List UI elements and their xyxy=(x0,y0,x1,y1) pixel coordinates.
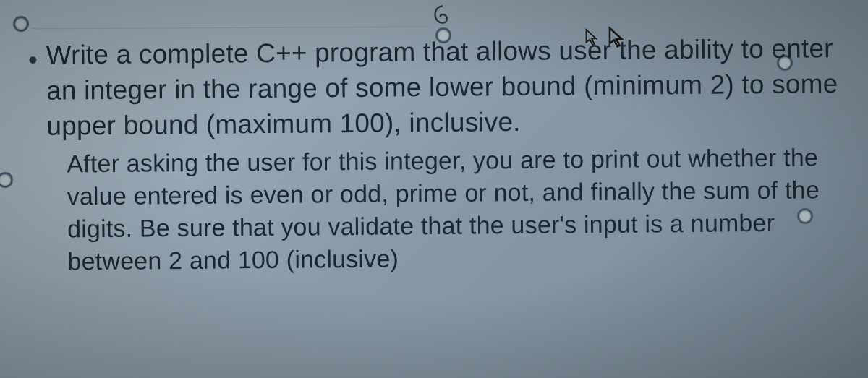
assignment-content: • Write a complete C++ program that allo… xyxy=(0,0,868,278)
bullet-item: • Write a complete C++ program that allo… xyxy=(28,31,839,144)
main-instruction-text: Write a complete C++ program that allows… xyxy=(46,31,839,144)
sub-instruction-text: After asking the user for this integer, … xyxy=(67,142,841,278)
bullet-marker: • xyxy=(28,44,38,75)
